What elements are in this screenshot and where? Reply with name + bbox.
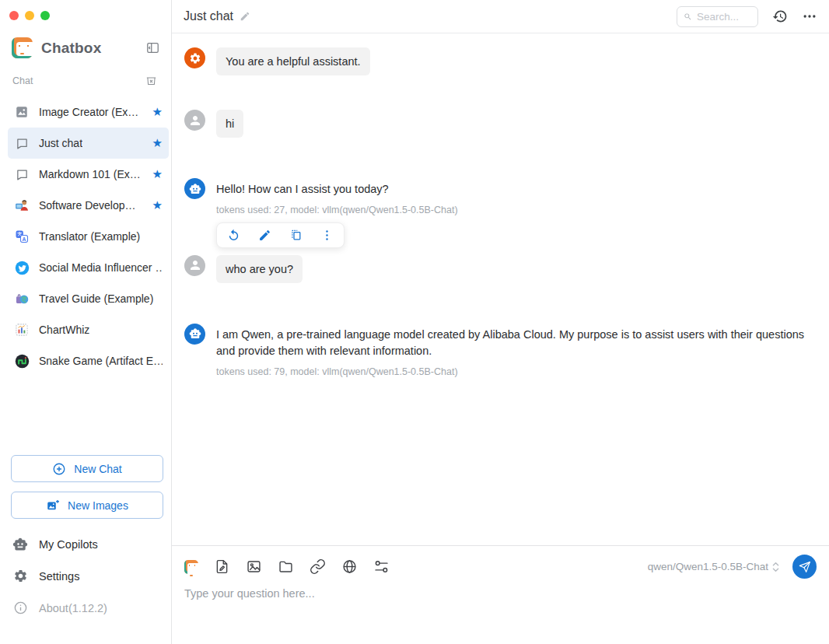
folder-icon[interactable] — [278, 558, 294, 575]
image-icon[interactable] — [246, 558, 262, 575]
assistant-avatar — [184, 324, 205, 345]
user-avatar — [184, 110, 205, 131]
app-title: Chatbox — [41, 40, 101, 57]
assistant-avatar — [184, 178, 205, 199]
image-creator-icon — [14, 104, 30, 120]
main-panel: Just chat — [172, 0, 829, 644]
globe-icon[interactable] — [341, 558, 358, 575]
message-bubble: You are a helpful assistant. — [216, 47, 370, 75]
star-icon[interactable]: ★ — [148, 136, 163, 150]
sidebar-item-markdown-101[interactable]: Markdown 101 (Ex… ★ — [8, 159, 169, 190]
sidebar-item-translator[interactable]: A Translator (Example) — [8, 221, 169, 252]
minimize-window-button[interactable] — [25, 11, 34, 20]
message-bubble: hi — [216, 110, 243, 138]
sidebar-item-snake-game[interactable]: Snake Game (Artifact E… — [8, 345, 169, 376]
window-controls — [0, 0, 171, 20]
search-icon — [684, 11, 692, 23]
chat-bubble-icon — [14, 135, 30, 151]
token-usage-label: tokens used: 79, model: vllm(qwen/Qwen1.… — [216, 366, 817, 377]
travel-globe-icon — [14, 291, 30, 306]
translator-icon: A — [14, 229, 30, 244]
star-icon[interactable]: ★ — [148, 167, 163, 181]
header: Just chat — [172, 0, 829, 33]
message-bubble: who are you? — [216, 255, 303, 283]
sidebar-item-travel-guide[interactable]: Travel Guide (Example) — [8, 283, 169, 314]
assistant-message: Hello! How can I assist you today? token… — [184, 178, 817, 247]
about-button[interactable]: About(1.12.2) — [0, 592, 171, 624]
robot-icon — [189, 183, 201, 195]
person-icon — [188, 114, 202, 128]
system-message: You are a helpful assistant. — [184, 47, 817, 75]
sidebar-item-social-media-influencer[interactable]: Social Media Influencer … — [8, 252, 169, 283]
user-message: hi — [184, 110, 817, 138]
star-icon[interactable]: ★ — [148, 198, 163, 212]
sidebar-item-chartwhiz[interactable]: ChartWhiz — [8, 314, 169, 345]
send-button[interactable] — [792, 555, 817, 579]
chart-icon — [14, 322, 30, 338]
message-list: You are a helpful assistant. hi Hello! H… — [172, 33, 829, 545]
send-icon — [799, 561, 811, 573]
sidebar-item-software-developer[interactable]: Software Develop… ★ — [8, 190, 169, 221]
search-input[interactable] — [697, 11, 751, 23]
clear-conversations-icon[interactable] — [145, 74, 158, 87]
conversation-list: Image Creator (Ex… ★ Just chat ★ Markdow… — [0, 93, 171, 376]
sliders-icon[interactable] — [373, 558, 390, 575]
sidebar: Chatbox Chat Image Creator (Ex… — [0, 0, 172, 644]
gear-icon — [189, 52, 201, 65]
chatbox-window: Chatbox Chat Image Creator (Ex… — [0, 0, 829, 644]
system-avatar — [184, 47, 205, 68]
model-name: qwen/Qwen1.5-0.5B-Chat — [648, 561, 768, 572]
my-copilots-button[interactable]: My Copilots — [0, 528, 171, 560]
edit-title-icon[interactable] — [240, 11, 250, 22]
collapse-sidebar-icon[interactable] — [145, 40, 160, 55]
document-edit-icon[interactable] — [214, 558, 230, 575]
token-usage-label: tokens used: 27, model: vllm(qwen/Qwen1.… — [216, 205, 458, 215]
composer: qwen/Qwen1.5-0.5B-Chat — [172, 545, 829, 644]
plus-circle-icon — [52, 462, 66, 476]
more-options-icon[interactable] — [802, 9, 817, 24]
copy-icon[interactable] — [289, 229, 303, 242]
star-icon[interactable]: ★ — [148, 105, 163, 119]
sidebar-item-just-chat[interactable]: Just chat ★ — [8, 128, 169, 159]
more-vertical-icon[interactable] — [320, 229, 334, 242]
user-avatar — [184, 255, 205, 276]
message-text: Hello! How can I assist you today? — [216, 178, 458, 198]
chat-bubble-icon — [14, 166, 30, 182]
zoom-window-button[interactable] — [40, 11, 50, 20]
assistant-message: I am Qwen, a pre-trained language model … — [184, 324, 817, 377]
image-plus-icon — [46, 499, 60, 513]
twitter-icon — [14, 260, 30, 275]
sidebar-item-image-creator[interactable]: Image Creator (Ex… ★ — [8, 96, 169, 128]
person-icon — [188, 258, 202, 272]
chatbox-logo-icon[interactable] — [184, 560, 198, 574]
message-input[interactable] — [184, 587, 817, 631]
close-window-button[interactable] — [9, 11, 19, 20]
settings-button[interactable]: Settings — [0, 560, 171, 592]
page-title: Just chat — [184, 9, 233, 23]
regenerate-icon[interactable] — [227, 229, 240, 242]
new-images-button[interactable]: New Images — [11, 492, 163, 519]
message-text: I am Qwen, a pre-trained language model … — [216, 324, 817, 360]
history-icon[interactable] — [772, 9, 788, 24]
gear-icon — [12, 569, 28, 583]
user-message: who are you? — [184, 255, 817, 283]
robot-icon — [189, 327, 201, 340]
svg-text:A: A — [23, 236, 26, 242]
model-selector[interactable]: qwen/Qwen1.5-0.5B-Chat — [648, 561, 780, 573]
snake-game-icon — [14, 353, 30, 369]
chat-section-label: Chat — [12, 75, 33, 86]
robot-icon — [12, 537, 28, 552]
model-select-arrows-icon — [771, 561, 780, 573]
new-chat-button[interactable]: New Chat — [11, 455, 163, 482]
chatbox-logo-icon — [12, 37, 33, 58]
info-icon — [12, 600, 28, 615]
link-icon[interactable] — [310, 558, 326, 575]
search-box[interactable] — [677, 6, 758, 27]
message-toolbar — [216, 222, 345, 248]
edit-icon[interactable] — [258, 229, 271, 242]
technologist-icon — [14, 198, 30, 213]
